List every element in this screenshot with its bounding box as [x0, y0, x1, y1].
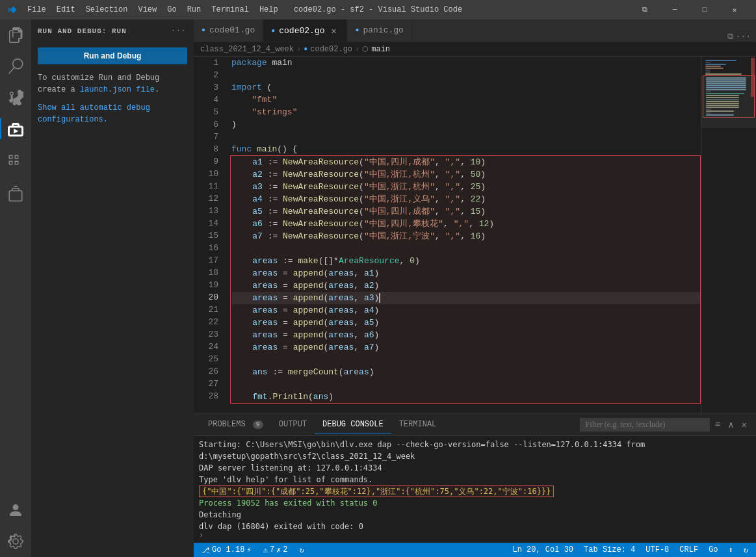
- panel: PROBLEMS 9 OUTPUT DEBUG CONSOLE TERMINAL…: [194, 413, 756, 543]
- launch-json-link[interactable]: launch.json file: [80, 85, 155, 94]
- minimap: [701, 57, 756, 413]
- status-sync[interactable]: ↻: [297, 545, 307, 555]
- menu-file[interactable]: File: [22, 4, 51, 16]
- menu-view[interactable]: View: [133, 4, 162, 16]
- ln-20: 20: [194, 291, 218, 304]
- go-version-text: Go 1.18: [212, 545, 244, 554]
- panel-content[interactable]: Starting: C:\Users\MSI\go\bin\dlv.exe da…: [194, 436, 756, 531]
- breadcrumb-sep-1: ›: [296, 45, 301, 54]
- layout-icon[interactable]: ⧉: [630, 0, 660, 19]
- menu-help[interactable]: Help: [254, 4, 283, 16]
- lightning-icon: ⚡: [246, 545, 251, 555]
- menu-go[interactable]: Go: [162, 4, 181, 16]
- prompt-chevron-icon: ›: [199, 531, 203, 540]
- ln-10: 10: [194, 168, 218, 180]
- maximize-button[interactable]: □: [690, 0, 720, 19]
- sidebar-item-testing[interactable]: [0, 178, 31, 209]
- result-value: {"中国":{"四川":{"成都":25,"攀枝花":12},"浙江":{"杭州…: [199, 486, 554, 497]
- breadcrumb-file[interactable]: code02.go: [310, 45, 352, 54]
- show-auto-debug-link[interactable]: Show all automatic debug configurations.: [31, 98, 194, 129]
- sidebar-item-run-debug[interactable]: [0, 113, 31, 144]
- sidebar-more-button[interactable]: ···: [170, 25, 187, 37]
- ln-13: 13: [194, 205, 218, 217]
- ln-15: 15: [194, 229, 218, 242]
- close-button[interactable]: ✕: [720, 0, 749, 19]
- status-line-ending[interactable]: CRLF: [677, 545, 701, 555]
- menu-selection[interactable]: Selection: [81, 4, 133, 16]
- line-numbers: 1 2 3 4 5 6 7 8 9 10 11 12 13: [194, 57, 225, 413]
- tab-output[interactable]: OUTPUT: [271, 416, 315, 434]
- ln-18: 18: [194, 266, 218, 279]
- git-icon: ⎇: [202, 546, 210, 554]
- code-content[interactable]: package main import ( "fmt" "strings" ) …: [225, 57, 701, 413]
- menu-edit[interactable]: Edit: [51, 4, 81, 16]
- vscode-logo-icon: [7, 5, 17, 15]
- ln-25: 25: [194, 353, 218, 365]
- panel-filter-input[interactable]: [580, 418, 710, 432]
- tab-terminal[interactable]: TERMINAL: [391, 416, 445, 434]
- sidebar-item-settings[interactable]: [0, 526, 31, 557]
- go-file-icon-panic: ●: [355, 27, 359, 34]
- status-refresh-icon[interactable]: ↻: [741, 545, 751, 555]
- code-line-15: a7 := NewAreaResource("中国,浙江,宁波", ",", 1…: [232, 230, 700, 242]
- sidebar-item-source-control[interactable]: [0, 82, 31, 113]
- status-encoding[interactable]: UTF-8: [643, 545, 671, 555]
- tab-label-panic: panic.go: [363, 25, 403, 35]
- tab-close-button[interactable]: ✕: [328, 25, 339, 36]
- code-line-12: a4 := NewAreaResource("中国,浙江,义乌", ",", 2…: [232, 193, 700, 205]
- console-line-5: Process 19052 has exited with status 0: [199, 497, 751, 509]
- sidebar-item-search[interactable]: [0, 51, 31, 82]
- code-line-6: ): [231, 118, 701, 131]
- tab-debug-console[interactable]: DEBUG CONSOLE: [315, 416, 391, 434]
- editor-scroll[interactable]: 1 2 3 4 5 6 7 8 9 10 11 12 13: [194, 57, 701, 413]
- status-language[interactable]: Go: [706, 545, 720, 555]
- app: RUN AND DEBUG: RUN ··· Run and Debug To …: [0, 19, 756, 557]
- status-tab-size[interactable]: Tab Size: 4: [581, 545, 638, 555]
- panel-tab-bar: PROBLEMS 9 OUTPUT DEBUG CONSOLE TERMINAL…: [194, 413, 756, 436]
- sidebar-item-explorer[interactable]: [0, 19, 31, 51]
- ln-23: 23: [194, 328, 218, 341]
- code-line-5: "strings": [231, 106, 701, 118]
- tab-code02[interactable]: ● code02.go ✕: [263, 19, 347, 42]
- ln-22: 22: [194, 316, 218, 328]
- status-errors[interactable]: ⚠ 7 ✗ 2: [261, 545, 291, 555]
- menu-run[interactable]: Run: [182, 4, 207, 16]
- panel-up-icon[interactable]: ∧: [725, 418, 736, 432]
- status-go-version[interactable]: ⎇ Go 1.18 ⚡: [199, 545, 254, 555]
- titlebar-left: File Edit Selection View Go Run Terminal…: [7, 4, 283, 16]
- minimap-error-indicator: [751, 58, 755, 97]
- ln-5: 5: [194, 106, 218, 118]
- ln-11: 11: [194, 180, 218, 192]
- more-tabs-icon[interactable]: ···: [736, 32, 751, 42]
- titlebar-controls: ⧉ ─ □ ✕: [630, 0, 749, 19]
- tab-problems[interactable]: PROBLEMS 9: [200, 416, 271, 434]
- status-cursor-pos[interactable]: Ln 20, Col 30: [510, 545, 576, 555]
- code-line-10: a2 := NewAreaResource("中国,浙江,杭州", ",", 5…: [232, 168, 700, 181]
- ln-16: 16: [194, 242, 218, 254]
- status-upload-icon[interactable]: ⬆: [726, 545, 736, 555]
- sidebar: RUN AND DEBUG: RUN ··· Run and Debug To …: [31, 19, 194, 557]
- tab-code01[interactable]: ● code01.go: [194, 19, 263, 42]
- code-line-23: areas = append(areas, a6): [232, 329, 700, 341]
- code-line-7: [231, 131, 701, 143]
- sidebar-item-extensions[interactable]: [0, 144, 31, 175]
- panel-close-icon[interactable]: ✕: [739, 418, 749, 432]
- sidebar-header: RUN AND DEBUG: RUN ···: [31, 19, 194, 42]
- run-debug-button[interactable]: Run and Debug: [38, 47, 187, 64]
- sidebar-item-account[interactable]: [0, 495, 31, 526]
- minimap-content: [701, 57, 756, 413]
- error-icon: ✗: [276, 545, 281, 555]
- breadcrumb-folder[interactable]: class_2021_12_4_week: [200, 45, 294, 54]
- breadcrumb: class_2021_12_4_week › ● code02.go › ⬡ m…: [194, 42, 756, 57]
- split-editor-icon[interactable]: ⧉: [727, 32, 733, 42]
- tab-panic[interactable]: ● panic.go: [347, 19, 412, 42]
- panel-wrap-icon[interactable]: ≡: [712, 418, 723, 432]
- minimize-button[interactable]: ─: [660, 0, 690, 19]
- ln-3: 3: [194, 81, 218, 94]
- console-line-7: dlv dap (16804) exited with code: 0: [199, 521, 751, 531]
- ln-19: 19: [194, 279, 218, 291]
- tab-bar: ● code01.go ● code02.go ✕ ● panic.go ⧉ ·…: [194, 19, 756, 42]
- menu-terminal[interactable]: Terminal: [206, 4, 254, 16]
- ln-6: 6: [194, 118, 218, 131]
- tab-actions: ⧉ ···: [727, 32, 756, 42]
